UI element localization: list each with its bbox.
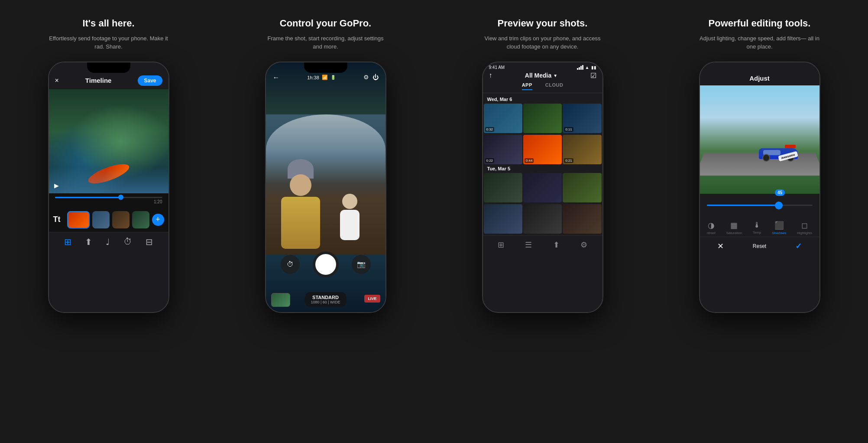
- clip-duration-1: 0:32: [485, 127, 495, 132]
- phone-2-screen: ← 1h:38 📶 🔋 ⚙ ⏻: [266, 62, 385, 312]
- media-grid-3: [483, 173, 602, 202]
- media-cell-9[interactable]: [563, 173, 601, 202]
- layers-icon[interactable]: ⊟: [146, 237, 153, 247]
- contrast-icon: ◑: [708, 221, 715, 230]
- panel-2: Control your GoPro. Frame the shot, star…: [217, 0, 434, 443]
- media-grid-icon[interactable]: ☰: [525, 240, 532, 250]
- timeline-progress[interactable]: 1:20: [49, 193, 168, 208]
- media-home-icon[interactable]: ⊞: [498, 240, 504, 250]
- status-icons: ▲ ▮▮: [577, 65, 596, 70]
- panel-1-title: It's all here.: [82, 17, 134, 30]
- adjust-header: Adjust: [700, 62, 819, 85]
- confirm-button[interactable]: ✓: [795, 241, 802, 251]
- tab-cloud[interactable]: CLOUD: [545, 82, 564, 90]
- media-settings-icon[interactable]: ⚙: [580, 240, 587, 250]
- saturation-label: Saturation: [726, 231, 742, 235]
- tab-app[interactable]: APP: [522, 82, 532, 90]
- temp-tool[interactable]: 🌡 Temp: [753, 221, 761, 235]
- thumbnail-2[interactable]: [92, 211, 110, 228]
- timer-icon[interactable]: ⏱: [123, 237, 132, 247]
- phone-2-notch: [304, 62, 347, 73]
- kayak-image: ▶: [49, 89, 168, 193]
- slider-thumb[interactable]: [775, 202, 783, 209]
- timeline-main-image: ▶: [49, 89, 168, 193]
- page-wrapper: It's all here. Effortlessly send footage…: [0, 0, 868, 443]
- clip-duration-6: 0:21: [564, 158, 573, 163]
- gopro-viewfinder: ← 1h:38 📶 🔋 ⚙ ⏻: [266, 62, 385, 312]
- panel-1: It's all here. Effortlessly send footage…: [0, 0, 217, 443]
- shutter-button[interactable]: [313, 251, 339, 277]
- signal-icon: [577, 65, 583, 70]
- timeline-bottom-bar: ⊞ ⬆ ♩ ⏱ ⊟: [49, 232, 168, 254]
- active-thumbnail[interactable]: [67, 211, 90, 228]
- timer-control[interactable]: ⏱: [281, 255, 300, 274]
- contrast-label: ntrast: [707, 231, 716, 235]
- phone-3: 9:41 AM ▲ ▮▮ ↑ All Media ▼: [482, 62, 603, 313]
- photo-mode-button[interactable]: 📷: [352, 255, 371, 274]
- media-upload-icon[interactable]: ⬆: [553, 240, 560, 250]
- panel-2-title: Control your GoPro.: [280, 17, 371, 30]
- power-icon[interactable]: ⏻: [372, 74, 379, 81]
- media-cell-12[interactable]: [563, 204, 601, 234]
- play-button[interactable]: ▶: [54, 182, 59, 189]
- media-cell-6[interactable]: 0:21: [563, 135, 601, 164]
- gopro-time: 1h:38: [307, 75, 319, 80]
- adjust-slider-area[interactable]: 45: [700, 194, 819, 217]
- timeline-save-button[interactable]: Save: [138, 75, 162, 86]
- gopro-status-bar: ← 1h:38 📶 🔋 ⚙ ⏻: [266, 74, 385, 81]
- progress-thumb[interactable]: [118, 195, 123, 200]
- media-cell-8[interactable]: [523, 173, 562, 202]
- media-cell-4[interactable]: 0:22: [484, 135, 522, 164]
- camera-controls[interactable]: ⏱ 📷: [266, 251, 385, 277]
- panel-3-subtitle: View and trim clips on your phone, and a…: [482, 34, 603, 51]
- add-clip-button[interactable]: +: [152, 214, 164, 226]
- thumbnail-4[interactable]: [132, 211, 149, 228]
- media-bottom-bar: ⊞ ☰ ⬆ ⚙: [483, 235, 602, 255]
- timeline-close-button[interactable]: ×: [55, 77, 59, 85]
- select-all-icon[interactable]: ☑: [590, 72, 596, 80]
- export-icon[interactable]: ⬆: [85, 237, 92, 247]
- media-cell-7[interactable]: [484, 173, 522, 202]
- media-tabs: APP CLOUD: [483, 82, 602, 93]
- status-time: 9:41 AM: [489, 65, 505, 70]
- media-icon[interactable]: ⊞: [64, 237, 71, 247]
- preview-thumbnail[interactable]: [271, 293, 290, 307]
- settings-icon[interactable]: ⚙: [363, 74, 369, 81]
- cancel-button[interactable]: ✕: [717, 241, 724, 251]
- music-icon[interactable]: ♩: [106, 237, 110, 247]
- date-group-1: Wed, Mar 6: [483, 97, 602, 104]
- media-cell-10[interactable]: [484, 204, 522, 234]
- media-cell-3[interactable]: 0:11: [563, 104, 601, 133]
- media-header: ↑ All Media ▼ ☑: [483, 70, 602, 82]
- media-cell-1[interactable]: 0:32: [484, 104, 522, 133]
- media-cell-11[interactable]: [523, 204, 562, 234]
- timeline-title: Timeline: [85, 77, 112, 84]
- shadows-tool[interactable]: ⬛ Shadows: [772, 221, 786, 235]
- progress-bar[interactable]: [55, 197, 162, 198]
- battery-icon: 🔋: [330, 75, 336, 80]
- reset-button[interactable]: Reset: [753, 243, 766, 249]
- upload-icon[interactable]: ↑: [489, 72, 492, 79]
- mode-label: STANDARD: [311, 295, 340, 300]
- timeline-time: 1:20: [55, 199, 162, 204]
- highlights-icon: ◻: [801, 221, 808, 230]
- dropdown-icon[interactable]: ▼: [553, 73, 557, 78]
- battery-status-icon: ▮▮: [591, 65, 596, 70]
- panel-4-subtitle: Adjust lighting, change speed, add filte…: [699, 34, 820, 51]
- panel-3-title: Preview your shots.: [498, 17, 588, 30]
- media-cell-5[interactable]: 0:44: [523, 135, 562, 164]
- mode-bar[interactable]: STANDARD 1080 | 60 | WIDE: [304, 292, 346, 307]
- adjust-bottom-bar: ✕ Reset ✓: [700, 237, 819, 257]
- slider-track[interactable]: [707, 205, 813, 206]
- text-tool-icon[interactable]: Tt: [53, 215, 65, 224]
- live-button[interactable]: LIVE: [364, 295, 380, 303]
- phone-1: × Timeline Save ▶: [48, 62, 169, 313]
- saturation-tool[interactable]: ▦ Saturation: [726, 221, 742, 235]
- temp-icon: 🌡: [753, 221, 761, 230]
- thumbnail-3[interactable]: [112, 211, 130, 228]
- back-arrow-icon[interactable]: ←: [273, 74, 280, 81]
- adjustment-slider[interactable]: 45: [707, 199, 813, 212]
- highlights-tool[interactable]: ◻ Highlights: [797, 221, 812, 235]
- contrast-tool[interactable]: ◑ ntrast: [707, 221, 716, 235]
- media-cell-2[interactable]: [523, 104, 562, 133]
